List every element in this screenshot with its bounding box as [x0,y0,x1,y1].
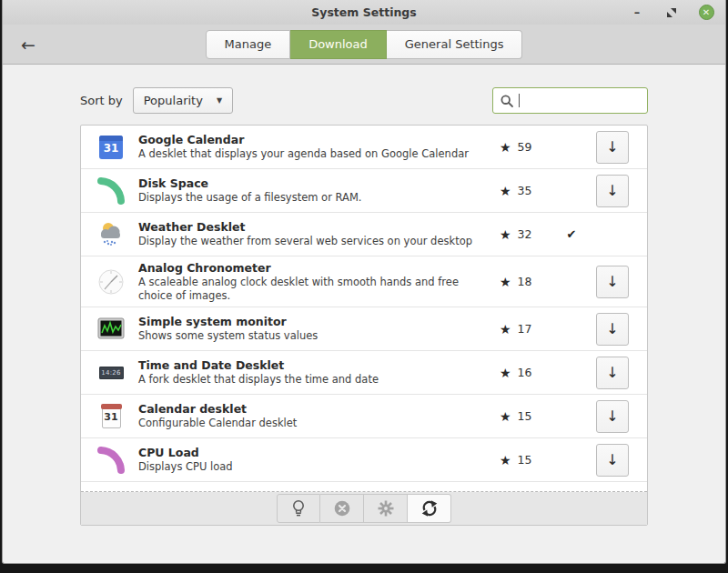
star-rating: ★ 18 [500,275,552,288]
action-slot: ↓ [591,266,634,298]
time-date-icon: 14:26 [99,367,124,379]
window-controls: – ✕ [627,0,716,25]
google-calendar-icon: 31 [99,136,123,159]
desklet-icon [96,317,126,341]
installed-check-slot: ✔ [552,227,591,241]
sort-dropdown[interactable]: Popularity ▼ [133,87,233,114]
desklet-icon [96,446,126,475]
maximize-icon [667,8,676,17]
star-icon: ★ [500,185,511,197]
action-slot: ↓ [591,444,634,477]
star-icon: ★ [500,410,511,423]
star-count: 32 [518,227,532,241]
download-arrow-icon: ↓ [606,273,618,290]
action-slot: ↓ [591,357,634,389]
desklet-title: Google Calendar [138,133,494,147]
lightbulb-icon [289,498,308,518]
download-button[interactable]: ↓ [596,313,629,346]
desklet-text: Disk Space Displays the usage of a files… [138,176,500,205]
tab-download[interactable]: Download [290,30,387,59]
tab-general-settings[interactable]: General Settings [387,30,523,59]
close-icon: ✕ [699,5,714,20]
star-count: 15 [518,409,532,423]
info-button[interactable] [277,494,320,523]
desklet-row[interactable]: Simple system monitor Shows some system … [81,307,647,351]
back-arrow-icon: ← [21,35,35,55]
star-count: 15 [518,453,532,467]
desklet-text: Google Calendar A desklet that displays … [138,133,500,161]
desklet-icon [96,220,126,249]
action-slot: ↓ [591,400,634,433]
download-arrow-icon: ↓ [606,138,618,156]
desklet-description: Configurable Calendar desklet [138,417,494,429]
desklet-description: Display the weather from several web ser… [138,235,494,247]
star-count: 18 [518,275,532,288]
gauge-arc-icon [96,446,126,475]
desklet-icon [96,267,126,297]
download-button[interactable]: ↓ [596,266,629,298]
sort-by-label: Sort by [80,94,123,107]
star-icon: ★ [500,141,511,154]
desklet-icon [96,176,126,206]
star-rating: ★ 15 [500,409,552,423]
desklet-title: CPU Load [138,446,494,460]
download-button[interactable]: ↓ [596,357,629,389]
star-icon: ★ [500,228,511,241]
system-monitor-icon [97,317,125,341]
desklet-row[interactable]: Disk Space Displays the usage of a files… [81,169,647,213]
desklet-text: CPU Load Displays CPU load [138,446,500,474]
desklet-description: A desklet that displays your agenda base… [138,147,494,160]
search-input[interactable] [524,94,641,107]
uninstall-button[interactable] [320,494,364,523]
weather-icon [96,220,126,249]
desklet-row[interactable]: CPU Load Displays CPU load ★ 15 ↓ [81,438,647,482]
star-count: 35 [518,184,532,197]
desklet-row[interactable]: 31 Google Calendar A desklet that displa… [81,126,647,169]
download-arrow-icon: ↓ [606,451,618,468]
desklet-text: Analog Chronometer A scaleable analog cl… [138,261,500,302]
desklet-title: Weather Desklet [138,220,494,235]
refresh-icon [420,498,440,518]
star-rating: ★ 35 [500,184,552,197]
action-slot: ↓ [591,313,634,346]
back-button[interactable]: ← [15,31,42,58]
desklet-title: Analog Chronometer [138,261,494,276]
chevron-down-icon: ▼ [217,96,222,105]
bottom-toolbar [81,492,647,525]
tab-manage[interactable]: Manage [206,30,291,59]
desklet-row[interactable]: 14:26 Time and Date Desklet A fork deskl… [81,351,647,395]
system-settings-window: System Settings – ✕ ← ManageDownloadGene… [2,0,726,564]
gear-icon [377,499,395,518]
desklet-list: 31 Google Calendar A desklet that displa… [81,126,647,482]
desklet-row[interactable]: Weather Desklet Display the weather from… [81,213,647,256]
download-button[interactable]: ↓ [596,444,629,477]
minimize-button[interactable]: – [627,3,647,23]
close-button[interactable]: ✕ [696,3,716,23]
download-arrow-icon: ↓ [606,364,618,381]
desklet-row[interactable]: Analog Chronometer A scaleable analog cl… [81,256,647,307]
desklet-icon: 31 [96,404,126,428]
desklet-text: Time and Date Desklet A fork desklet tha… [138,358,500,387]
desklet-text: Weather Desklet Display the weather from… [138,220,500,248]
configure-button[interactable] [364,494,408,523]
sort-dropdown-value: Popularity [144,94,203,107]
star-count: 17 [518,322,532,336]
download-arrow-icon: ↓ [606,407,618,425]
maximize-button[interactable] [662,3,682,23]
star-rating: ★ 16 [500,366,552,379]
star-count: 59 [518,140,532,154]
installed-check-icon: ✔ [567,227,577,241]
download-button[interactable]: ↓ [596,175,629,207]
desklet-description: A fork desklet that displays the time an… [138,373,494,386]
desklet-list-panel: 31 Google Calendar A desklet that displa… [80,125,648,526]
action-slot: ↓ [591,175,634,207]
desklet-icon: 14:26 [96,367,126,379]
refresh-button[interactable] [408,494,451,523]
minimize-icon: – [634,5,641,19]
download-button[interactable]: ↓ [596,131,629,164]
desklet-description: Displays the usage of a filesystem or RA… [138,191,494,204]
download-button[interactable]: ↓ [596,400,629,433]
desklet-row[interactable]: 31 Calendar desklet Configurable Calenda… [81,395,647,438]
desklet-title: Disk Space [138,176,494,191]
desklet-icon: 31 [96,136,126,159]
